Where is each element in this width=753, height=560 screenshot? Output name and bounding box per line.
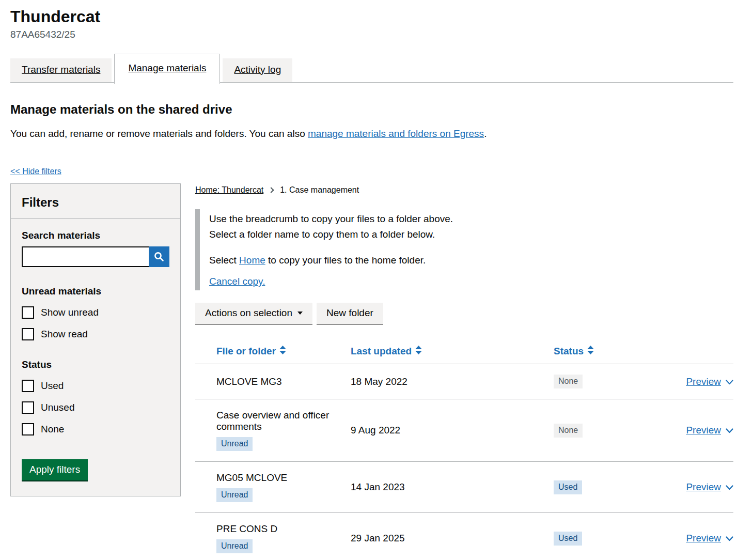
status-badge: None [554,424,583,438]
materials-table: File or folder Last updated [195,338,733,560]
table-row: Case overview and officer comments Unrea… [195,399,733,462]
unread-badge-wrap: Unread [216,539,351,553]
unread-badge: Unread [216,437,253,451]
page-title: Thundercat [10,7,733,26]
checkbox-none[interactable]: None [22,423,169,435]
sort-file-or-folder[interactable]: File or folder [216,346,286,357]
copy-notice-line1: Use the breadcrumb to copy your files to… [209,211,733,227]
content-layout: Filters Search materials Unread material… [10,183,733,560]
unread-badge: Unread [216,539,253,553]
status-badge: Used [554,532,582,546]
chevron-right-icon [269,188,274,193]
file-name: PRE CONS D [216,523,351,535]
copy-notice-line3: Select Home to copy your files to the ho… [209,253,733,268]
actions-on-selection-button[interactable]: Actions on selection [195,303,312,324]
table-row: PRE CONS D Unread 29 Jan 2025 Used Previ… [195,513,733,560]
copy-notice-line3-suffix: to copy your files to the home folder. [265,255,426,266]
new-folder-label: New folder [326,307,373,319]
checkbox-unused[interactable]: Unused [22,401,169,414]
filters-panel: Filters Search materials Unread material… [10,183,181,496]
table-row: MG05 MCLOVE Unread 14 Jan 2023 Used Prev… [195,462,733,513]
preview-link[interactable]: Preview [686,481,733,493]
file-name: MG05 MCLOVE [216,472,351,484]
none-checkbox[interactable] [22,423,34,435]
status-group-label: Status [22,359,169,370]
toolbar: Actions on selection New folder [195,303,733,324]
unused-checkbox[interactable] [22,401,34,414]
preview-link[interactable]: Preview [686,533,733,544]
intro-text: You can add, rename or remove materials … [10,128,308,139]
search-button[interactable] [149,246,169,267]
search-input[interactable] [22,246,149,267]
status-header: Status [554,346,584,357]
materials-table-body: MCLOVE MG3 18 May 2022 None Preview Case… [195,364,733,560]
sort-icon [415,346,422,357]
unread-badge-wrap: Unread [216,437,351,451]
unused-label: Unused [41,402,75,413]
actions-on-selection-label: Actions on selection [205,307,292,319]
caret-down-icon [297,312,303,315]
chevron-down-icon [726,425,733,436]
chevron-down-icon [726,481,733,493]
show-read-checkbox[interactable] [22,328,34,340]
last-updated-value: 18 May 2022 [351,364,554,399]
preview-link[interactable]: Preview [686,376,733,387]
unread-badge: Unread [216,488,253,502]
preview-label: Preview [686,533,721,544]
tab-manage-materials[interactable]: Manage materials [114,54,220,84]
show-read-label: Show read [41,329,88,340]
last-updated-value: 29 Jan 2025 [351,513,554,560]
materials-main: Home: Thundercat 1. Case management Use … [195,183,733,560]
used-checkbox[interactable] [22,380,34,392]
show-unread-checkbox[interactable] [22,306,34,319]
table-header-row: File or folder Last updated [195,338,733,364]
last-updated-value: 9 Aug 2022 [351,399,554,462]
apply-filters-button[interactable]: Apply filters [22,459,88,480]
section-heading: Manage materials on the shared drive [10,102,733,117]
last-updated-header: Last updated [351,346,412,357]
search-icon [153,251,165,262]
search-row [22,246,169,267]
home-link[interactable]: Home [239,255,265,266]
unread-materials-label: Unread materials [22,286,169,297]
checkbox-show-unread[interactable]: Show unread [22,306,169,319]
sort-last-updated[interactable]: Last updated [351,346,422,357]
unread-badge-wrap: Unread [216,488,351,502]
file-name: Case overview and officer comments [216,410,351,432]
breadcrumb: Home: Thundercat 1. Case management [195,185,733,195]
checkbox-used[interactable]: Used [22,380,169,392]
none-label: None [41,424,64,435]
table-row: MCLOVE MG3 18 May 2022 None Preview [195,364,733,399]
checkbox-show-read[interactable]: Show read [22,328,169,340]
copy-notice-line2: Select a folder name to copy them to a f… [209,227,733,242]
filters-header: Filters [11,184,180,218]
sort-status[interactable]: Status [554,346,594,357]
used-label: Used [41,380,64,392]
page: Thundercat 87AA65432/25 Transfer materia… [0,0,753,560]
status-badge: Used [554,480,582,494]
file-or-folder-header: File or folder [216,346,276,357]
sort-icon [279,346,286,357]
intro-paragraph: You can add, rename or remove materials … [10,127,733,141]
intro-suffix: . [484,128,487,139]
search-materials-label: Search materials [22,230,169,241]
tab-activity-log[interactable]: Activity log [223,58,292,82]
case-reference: 87AA65432/25 [10,29,733,40]
filters-title: Filters [22,195,169,210]
file-name: MCLOVE MG3 [216,376,351,387]
preview-label: Preview [686,481,721,493]
hide-filters-link[interactable]: << Hide filters [10,167,61,176]
copy-notice: Use the breadcrumb to copy your files to… [195,209,733,290]
status-badge: None [554,375,583,388]
breadcrumb-home-link[interactable]: Home: Thundercat [195,185,263,195]
last-updated-value: 14 Jan 2023 [351,462,554,513]
chevron-down-icon [726,376,733,387]
preview-link[interactable]: Preview [686,425,733,436]
egress-link[interactable]: manage materials and folders on Egress [308,128,484,139]
tab-bar: Transfer materials Manage materials Acti… [10,54,733,83]
sort-icon [587,346,594,357]
new-folder-button[interactable]: New folder [317,303,383,324]
tab-transfer-materials[interactable]: Transfer materials [10,58,112,82]
cancel-copy-link[interactable]: Cancel copy. [209,276,265,287]
copy-notice-line3-prefix: Select [209,255,239,266]
